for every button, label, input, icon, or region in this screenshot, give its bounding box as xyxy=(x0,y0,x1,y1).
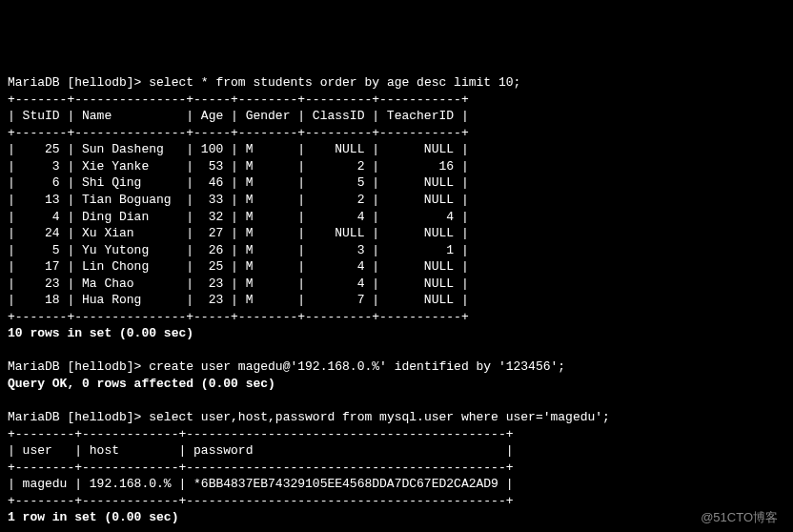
table-border: +--------+-------------+----------------… xyxy=(8,494,514,508)
watermark: @51CTO博客 xyxy=(701,509,778,526)
table-row: | 17 | Lin Chong | 25 | M | 4 | NULL | xyxy=(8,259,469,274)
table-row: | 13 | Tian Boguang | 33 | M | 2 | NULL … xyxy=(8,193,469,207)
table-header: | user | host | password | xyxy=(8,443,514,458)
table-border: +-------+---------------+-----+--------+… xyxy=(8,126,469,140)
sql-prompt[interactable]: MariaDB [hellodb]> create user magedu@'1… xyxy=(8,359,565,374)
table-header: | StuID | Name | Age | Gender | ClassID … xyxy=(8,109,469,123)
rows-in-set: 10 rows in set (0.00 sec) xyxy=(8,326,193,340)
table-row: | magedu | 192.168.0.% | *6BB4837EB74329… xyxy=(8,477,514,491)
table-row: | 23 | Ma Chao | 23 | M | 4 | NULL | xyxy=(8,276,469,291)
table-row: | 4 | Ding Dian | 32 | M | 4 | 4 | xyxy=(8,210,469,224)
sql-prompt[interactable]: MariaDB [hellodb]> select * from student… xyxy=(8,75,520,90)
table-row: | 3 | Xie Yanke | 53 | M | 2 | 16 | xyxy=(8,159,469,174)
table-row: | 25 | Sun Dasheng | 100 | M | NULL | NU… xyxy=(8,142,469,156)
table-row: | 24 | Xu Xian | 27 | M | NULL | NULL | xyxy=(8,226,469,240)
table-row: | 6 | Shi Qing | 46 | M | 5 | NULL | xyxy=(8,175,469,190)
sql-prompt[interactable]: MariaDB [hellodb]> select user,host,pass… xyxy=(8,410,610,424)
table-border: +--------+-------------+----------------… xyxy=(8,427,514,441)
table-row: | 5 | Yu Yutong | 26 | M | 3 | 1 | xyxy=(8,243,469,257)
rows-in-set: 1 row in set (0.00 sec) xyxy=(8,510,178,524)
table-border: +-------+---------------+-----+--------+… xyxy=(8,92,469,107)
table-row: | 18 | Hua Rong | 23 | M | 7 | NULL | xyxy=(8,293,469,307)
table-border: +-------+---------------+-----+--------+… xyxy=(8,310,469,324)
terminal-output: MariaDB [hellodb]> select * from student… xyxy=(8,74,785,526)
query-ok: Query OK, 0 rows affected (0.00 sec) xyxy=(8,377,275,391)
table-border: +--------+-------------+----------------… xyxy=(8,460,514,475)
